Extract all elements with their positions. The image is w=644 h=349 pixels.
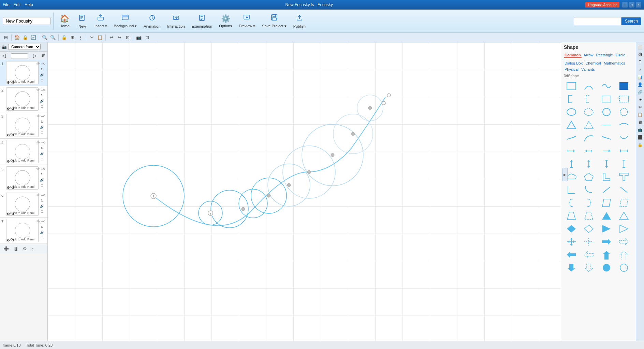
slide-frame-1[interactable]: ⊡ bbox=[40, 78, 44, 82]
home-nav-button[interactable]: 🏠 bbox=[13, 34, 21, 41]
shape-circle-dashed[interactable] bbox=[616, 106, 631, 118]
shape-arrow-filled-right[interactable] bbox=[599, 236, 614, 248]
slide-settings-small-6[interactable]: ⚙ bbox=[7, 212, 10, 216]
examination-button[interactable]: Examination bbox=[189, 13, 215, 30]
rs-lock-icon[interactable]: 🔒 bbox=[637, 141, 644, 148]
slide-item-1[interactable]: 1 Click to Add Remi ↔ ↻ 🔊 ⊡ 👁 ✕ ⚙ ⚙ bbox=[0, 60, 47, 86]
rs-scissors-icon[interactable]: ✂ bbox=[637, 104, 644, 111]
slide-item-3[interactable]: 3 Click to Add Remi ↔ ↻ 🔊 ⊡ 👁 ✕ ⚙ ⚙ bbox=[0, 112, 47, 139]
slide-gear-3[interactable]: ⚙ bbox=[11, 133, 14, 137]
slide-gear-4[interactable]: ⚙ bbox=[11, 159, 14, 163]
slide-gear-2[interactable]: ⚙ bbox=[11, 107, 14, 111]
slide-close-3[interactable]: ✕ bbox=[41, 114, 46, 118]
camera-button[interactable]: 📷 bbox=[135, 34, 143, 41]
shape-filled-rect[interactable] bbox=[616, 80, 631, 92]
shape-slash1[interactable] bbox=[599, 184, 614, 196]
slide-frame-7[interactable]: ⊡ bbox=[40, 235, 44, 240]
slide-settings-small-3[interactable]: ⚙ bbox=[7, 133, 10, 137]
slide-rotate-4[interactable]: ↻ bbox=[40, 145, 44, 150]
shape-arrow-vert3[interactable] bbox=[599, 158, 614, 170]
slide-frame-4[interactable]: ⊡ bbox=[40, 156, 44, 161]
rs-image-icon[interactable]: 🖼 bbox=[637, 51, 644, 58]
slide-gear-6[interactable]: ⚙ bbox=[11, 212, 14, 216]
shape-diamond[interactable] bbox=[564, 223, 579, 235]
shape-triangle-right-outline[interactable] bbox=[616, 223, 631, 235]
shape-arrow-down-dashed[interactable] bbox=[581, 262, 596, 274]
shape-triangle-filled[interactable] bbox=[599, 210, 614, 222]
slide-settings-small-2[interactable]: ⚙ bbox=[7, 107, 10, 111]
background-button[interactable]: Background bbox=[111, 12, 140, 30]
slide-rotate-1[interactable]: ↻ bbox=[40, 67, 44, 71]
undo-button[interactable]: ↩ bbox=[107, 34, 115, 41]
slide-audio-6[interactable]: 🔊 bbox=[40, 204, 44, 208]
save-project-button[interactable]: Save Project bbox=[259, 12, 289, 30]
slide-audio-5[interactable]: 🔊 bbox=[40, 177, 44, 182]
shape-cat-arrow[interactable]: Arrow bbox=[583, 53, 594, 58]
shape-rect-dashed[interactable] bbox=[616, 93, 631, 105]
frame-button[interactable]: ⊡ bbox=[143, 34, 151, 41]
shape-brace-open[interactable] bbox=[564, 197, 579, 209]
slide-next-button[interactable]: ▷ bbox=[33, 53, 37, 58]
shape-cat-physical[interactable]: Physical bbox=[564, 67, 579, 72]
shape-trapezoid-dashed[interactable] bbox=[581, 210, 596, 222]
grid-button[interactable]: ⊞ bbox=[69, 34, 76, 41]
slide-close-2[interactable]: ✕ bbox=[41, 87, 46, 92]
slide-eye-7[interactable]: 👁 bbox=[36, 219, 41, 224]
shape-triangle[interactable] bbox=[564, 119, 579, 131]
zoom-out-button[interactable]: 🔍 bbox=[41, 34, 48, 41]
slide-frame-2[interactable]: ⊡ bbox=[40, 104, 44, 109]
restore-button[interactable]: □ bbox=[629, 2, 634, 8]
search-input[interactable] bbox=[574, 17, 621, 25]
shape-triangle-dashed[interactable] bbox=[581, 119, 596, 131]
slide-item-7[interactable]: 7 Click to Add Remi ↔ ↻ 🔊 ⊡ 👁 ✕ ⚙ ⚙ bbox=[0, 218, 47, 244]
slide-frame-3[interactable]: ⊡ bbox=[40, 130, 44, 135]
shape-circle[interactable] bbox=[599, 106, 614, 118]
slide-settings-small-4[interactable]: ⚙ bbox=[7, 159, 10, 163]
shape-cat-rectangle[interactable]: Rectangle bbox=[595, 53, 614, 58]
slide-eye-3[interactable]: 👁 bbox=[36, 114, 41, 118]
project-name-input[interactable] bbox=[3, 17, 50, 25]
slide-item-5[interactable]: 5 Click to Add Remi ↔ ↻ 🔊 ⊡ 👁 ✕ ⚙ ⚙ bbox=[0, 165, 47, 191]
preview-button[interactable]: Preview bbox=[236, 12, 258, 30]
close-button[interactable]: × bbox=[636, 2, 641, 8]
slide-settings-small-5[interactable]: ⚙ bbox=[7, 186, 10, 190]
edit-menu[interactable]: Edit bbox=[13, 2, 20, 7]
shape-triangle-outline2[interactable] bbox=[616, 210, 631, 222]
slide-item-4[interactable]: 4 Click to Add Remi ↔ ↻ 🔊 ⊡ 👁 ✕ ⚙ ⚙ bbox=[0, 139, 47, 165]
grid2-button[interactable]: ⋮ bbox=[77, 34, 84, 41]
rs-screen-icon[interactable]: 🖥 bbox=[637, 119, 644, 126]
rs-copy2-icon[interactable]: 📋 bbox=[637, 111, 644, 118]
shape-cat-variants[interactable]: Variants bbox=[581, 67, 596, 72]
canvas-area[interactable]: 1 2 bbox=[48, 42, 561, 341]
shape-diamond-outline[interactable] bbox=[581, 223, 596, 235]
collapse-arrow[interactable]: ▶ bbox=[562, 168, 568, 181]
shape-arrow-vert2[interactable] bbox=[581, 158, 596, 170]
slide-close-5[interactable]: ✕ bbox=[41, 166, 46, 171]
shape-cat-dialog-box[interactable]: Dialog Box bbox=[564, 61, 583, 66]
shape-arc-corner[interactable] bbox=[581, 184, 596, 196]
slide-eye-5[interactable]: 👁 bbox=[36, 166, 41, 171]
shape-arrow-left[interactable] bbox=[599, 145, 614, 157]
shape-triangle-right[interactable] bbox=[599, 223, 614, 235]
shape-arrow-up-dashed[interactable] bbox=[616, 249, 631, 261]
slide-gear-7[interactable]: ⚙ bbox=[11, 238, 14, 242]
file-menu[interactable]: File bbox=[3, 2, 9, 7]
slide-rotate-2[interactable]: ↻ bbox=[40, 93, 44, 98]
back-button[interactable]: 🔒 bbox=[21, 34, 29, 41]
slide-rotate-6[interactable]: ↻ bbox=[40, 198, 44, 203]
shape-parallelogram-dashed[interactable] bbox=[616, 197, 631, 209]
options-button[interactable]: ⚙️ Options bbox=[216, 13, 235, 29]
slide-close-6[interactable]: ✕ bbox=[41, 193, 46, 197]
shape-cross-arrow[interactable] bbox=[564, 236, 579, 248]
camera-frame-select[interactable]: Camera fram bbox=[8, 44, 41, 50]
shape-squiggle[interactable] bbox=[599, 80, 614, 92]
rs-text-icon[interactable]: T bbox=[637, 59, 644, 66]
shape-arrow-both-ends[interactable] bbox=[616, 145, 631, 157]
slide-item-6[interactable]: 6 Click to Add Remi ↔ ↻ 🔊 ⊡ 👁 ✕ ⚙ ⚙ bbox=[0, 191, 47, 218]
shape-ellipse-dashed[interactable] bbox=[581, 106, 596, 118]
shape-rect-outline2[interactable] bbox=[599, 93, 614, 105]
forward-button[interactable]: 🔄 bbox=[30, 34, 37, 41]
insert-button[interactable]: Insert bbox=[92, 12, 110, 30]
copy-button[interactable]: 📋 bbox=[96, 34, 104, 41]
shape-cat-common[interactable]: Common bbox=[564, 53, 582, 58]
